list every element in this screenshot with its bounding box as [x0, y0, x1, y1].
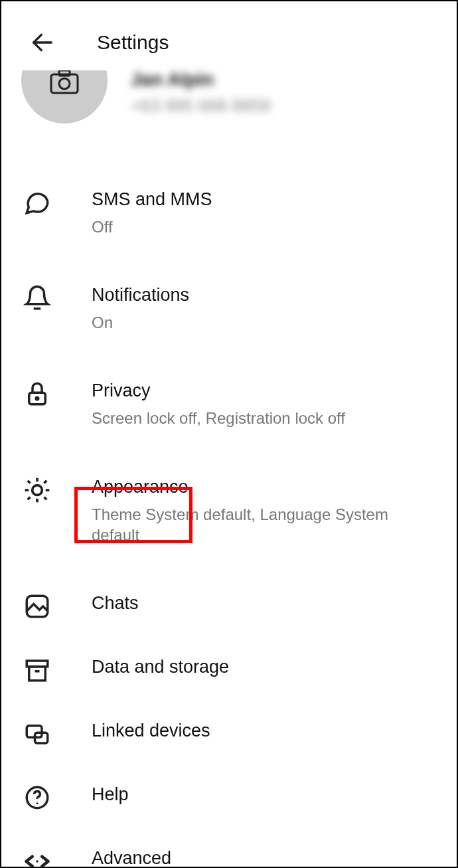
svg-line-10	[44, 497, 46, 499]
menu-item-appearance[interactable]: Appearance Theme System default, Languag…	[1, 461, 457, 559]
menu-sublabel: Theme System default, Language System de…	[92, 504, 437, 545]
header: Settings	[1, 1, 457, 77]
code-icon	[23, 847, 52, 868]
profile-row[interactable]: Jan Alpin +63 995 668 8859	[1, 70, 457, 140]
menu-item-linked-devices[interactable]: Linked devices	[1, 705, 457, 763]
menu-item-sms[interactable]: SMS and MMS Off	[1, 173, 457, 250]
camera-icon	[44, 70, 84, 98]
menu-sublabel: Screen lock off, Registration lock off	[92, 408, 437, 428]
bell-icon	[23, 284, 51, 312]
menu-label: Notifications	[92, 285, 437, 305]
svg-rect-1	[51, 74, 78, 93]
menu-label: Appearance	[92, 477, 437, 497]
menu-item-chats[interactable]: Chats	[1, 577, 457, 636]
profile-name: Jan Alpin	[131, 69, 270, 90]
menu-item-data-storage[interactable]: Data and storage	[1, 641, 457, 699]
back-button[interactable]	[28, 28, 57, 57]
menu-label: Chats	[92, 593, 437, 614]
menu-item-notifications[interactable]: Notifications On	[1, 269, 457, 346]
svg-point-5	[36, 398, 38, 400]
svg-point-2	[59, 78, 70, 89]
menu-item-advanced[interactable]: Advanced	[1, 832, 457, 868]
image-icon	[23, 592, 51, 620]
arrow-left-icon	[29, 29, 56, 56]
menu-label: Data and storage	[92, 657, 437, 677]
menu-label: Advanced	[92, 848, 437, 868]
svg-point-22	[37, 802, 38, 804]
svg-line-14	[44, 480, 46, 483]
menu-label: Help	[92, 784, 437, 805]
lock-icon	[23, 380, 51, 408]
svg-point-6	[33, 485, 42, 495]
menu-item-help[interactable]: Help	[1, 768, 457, 827]
svg-rect-3	[59, 70, 70, 76]
settings-menu: SMS and MMS Off Notifications On Privacy…	[1, 140, 457, 868]
menu-label: SMS and MMS	[92, 189, 437, 210]
chat-bubble-icon	[23, 189, 51, 217]
archive-icon	[23, 656, 51, 684]
menu-label: Linked devices	[92, 721, 437, 741]
svg-rect-17	[29, 667, 46, 681]
avatar	[21, 70, 108, 127]
sun-icon	[23, 476, 52, 505]
svg-line-13	[28, 497, 31, 499]
menu-label: Privacy	[92, 381, 437, 401]
profile-phone: +63 995 668 8859	[131, 96, 270, 116]
svg-point-23	[36, 860, 38, 863]
page-title: Settings	[97, 31, 169, 54]
menu-sublabel: On	[92, 312, 437, 333]
linked-devices-icon	[23, 720, 51, 748]
help-icon	[23, 784, 51, 812]
menu-sublabel: Off	[92, 217, 437, 237]
menu-item-privacy[interactable]: Privacy Screen lock off, Registration lo…	[1, 365, 457, 442]
svg-line-9	[28, 480, 31, 483]
